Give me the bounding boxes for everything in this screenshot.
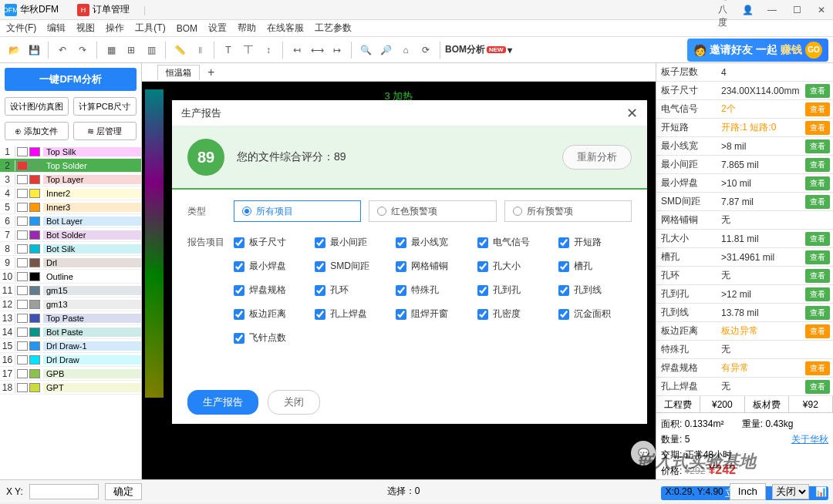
tool-t3-icon[interactable]: ↕ bbox=[259, 41, 278, 59]
tool-zoomin-icon[interactable]: 🔍 bbox=[356, 41, 375, 59]
view-button[interactable]: 查看 bbox=[805, 361, 830, 375]
radio-all-items[interactable]: 所有项目 bbox=[234, 200, 361, 222]
tool-undo-icon[interactable]: ↶ bbox=[53, 41, 72, 59]
radio-red-warn[interactable]: 红色预警项 bbox=[369, 200, 496, 222]
view-button[interactable]: 查看 bbox=[805, 139, 830, 153]
menu-view[interactable]: 视图 bbox=[76, 22, 95, 35]
layer-drl[interactable]: 9Drl bbox=[0, 256, 141, 270]
report-item-checkbox[interactable]: 孔到孔 bbox=[477, 284, 551, 297]
tool-save-icon[interactable]: 💾 bbox=[25, 41, 43, 59]
report-item-checkbox[interactable]: 槽孔 bbox=[558, 260, 632, 273]
menu-help[interactable]: 帮助 bbox=[238, 22, 256, 35]
minimize-icon[interactable]: — bbox=[765, 5, 779, 15]
view-button[interactable]: 查看 bbox=[805, 176, 830, 190]
tool-redo-icon[interactable]: ↷ bbox=[73, 41, 92, 59]
bom-analyze-button[interactable]: BOM分析NEW▾ bbox=[445, 43, 512, 56]
tool-open-icon[interactable]: 📂 bbox=[5, 41, 23, 59]
layer-drl-draw-1[interactable]: 15Drl Draw-1 bbox=[0, 339, 141, 353]
report-item-checkbox[interactable]: 飞针点数 bbox=[234, 331, 307, 344]
report-item-checkbox[interactable]: 最小线宽 bbox=[396, 236, 469, 249]
about-link[interactable]: 关于华秋 bbox=[791, 432, 828, 447]
tool-t2-icon[interactable]: 丅 bbox=[239, 41, 258, 59]
view-button[interactable]: 查看 bbox=[805, 158, 830, 172]
status-icon[interactable]: 📊 bbox=[815, 486, 827, 497]
maximize-icon[interactable]: ☐ bbox=[790, 5, 804, 15]
tool-snap-icon[interactable]: ⊞ bbox=[122, 41, 140, 59]
layer-drl-draw[interactable]: 16Drl Draw bbox=[0, 353, 141, 367]
generate-report-button[interactable]: 生产报告 bbox=[187, 390, 258, 415]
calc-pcb-button[interactable]: 计算PCB尺寸 bbox=[73, 97, 137, 116]
report-item-checkbox[interactable]: 焊盘规格 bbox=[234, 284, 307, 297]
view-button[interactable]: 查看 bbox=[805, 269, 830, 283]
report-item-checkbox[interactable]: 特殊孔 bbox=[396, 284, 469, 297]
radio-all-warn[interactable]: 所有预警项 bbox=[504, 200, 632, 222]
layer-outline[interactable]: 10Outline bbox=[0, 270, 141, 284]
tool-align-icon[interactable]: ⫴ bbox=[191, 41, 209, 59]
tool-measure-icon[interactable]: 📏 bbox=[170, 41, 189, 59]
report-item-checkbox[interactable]: 板子尺寸 bbox=[234, 236, 307, 249]
unit-button[interactable]: Inch bbox=[730, 483, 766, 500]
reanalyze-button[interactable]: 重新分析 bbox=[562, 145, 632, 170]
mode-select[interactable]: 关闭 bbox=[772, 484, 809, 499]
report-item-checkbox[interactable]: 最小焊盘 bbox=[234, 260, 307, 273]
promo-banner[interactable]: 🧑邀请好友一起 赚钱 GO bbox=[687, 39, 828, 62]
report-item-checkbox[interactable]: 孔大小 bbox=[477, 260, 551, 273]
menu-file[interactable]: 文件(F) bbox=[6, 22, 36, 35]
layer-bot-silk[interactable]: 8Bot Silk bbox=[0, 242, 141, 256]
layer-bot-paste[interactable]: 14Bot Paste bbox=[0, 325, 141, 339]
layer-manage-button[interactable]: ≋ 层管理 bbox=[73, 122, 137, 140]
report-item-checkbox[interactable]: 孔密度 bbox=[477, 307, 551, 321]
menu-settings[interactable]: 设置 bbox=[208, 22, 227, 35]
layer-gm13[interactable]: 12gm13 bbox=[0, 297, 141, 311]
tool-home-icon[interactable]: ⌂ bbox=[396, 41, 415, 59]
report-item-checkbox[interactable]: 沉金面积 bbox=[558, 307, 632, 321]
report-item-checkbox[interactable]: 电气信号 bbox=[477, 236, 551, 249]
view-button[interactable]: 查看 bbox=[805, 287, 830, 301]
view-button[interactable]: 查看 bbox=[805, 121, 830, 135]
tool-dim3-icon[interactable]: ↦ bbox=[328, 41, 346, 59]
menu-edit[interactable]: 编辑 bbox=[47, 22, 66, 35]
layer-top-silk[interactable]: 1Top Silk bbox=[0, 145, 141, 159]
report-item-checkbox[interactable]: SMD间距 bbox=[315, 260, 388, 273]
menu-process[interactable]: 工艺参数 bbox=[315, 22, 352, 35]
tool-dim2-icon[interactable]: ⟷ bbox=[308, 41, 326, 59]
layer-gm15[interactable]: 11gm15 bbox=[0, 284, 141, 297]
report-item-checkbox[interactable]: 板边距离 bbox=[234, 307, 307, 321]
tool-dim1-icon[interactable]: ↤ bbox=[288, 41, 306, 59]
view-button[interactable]: 查看 bbox=[805, 84, 830, 98]
view-button[interactable]: 查看 bbox=[805, 102, 830, 116]
menu-support[interactable]: 在线客服 bbox=[267, 22, 304, 35]
view-button[interactable]: 查看 bbox=[805, 195, 830, 209]
layer-top-paste[interactable]: 13Top Paste bbox=[0, 311, 141, 325]
tool-text-icon[interactable]: T bbox=[219, 41, 238, 59]
add-file-button[interactable]: ⊕ 添加文件 bbox=[5, 122, 69, 140]
report-item-checkbox[interactable]: 最小间距 bbox=[315, 236, 388, 249]
view-button[interactable]: 查看 bbox=[805, 232, 830, 246]
design-view-button[interactable]: 设计图/仿真图 bbox=[5, 97, 69, 116]
layer-top-layer[interactable]: 3Top Layer bbox=[0, 173, 141, 186]
modal-close-icon[interactable]: ✕ bbox=[626, 105, 638, 122]
layer-bot-solder[interactable]: 7Bot Solder bbox=[0, 228, 141, 242]
modal-close-button[interactable]: 关闭 bbox=[268, 390, 320, 415]
report-item-checkbox[interactable]: 网格铺铜 bbox=[396, 260, 469, 273]
report-item-checkbox[interactable]: 孔环 bbox=[315, 284, 388, 297]
report-item-checkbox[interactable]: 孔到线 bbox=[558, 284, 632, 297]
view-button[interactable]: 查看 bbox=[805, 324, 830, 338]
tool-layer-icon[interactable]: ▥ bbox=[142, 41, 160, 59]
layer-gpb[interactable]: 17GPB bbox=[0, 367, 141, 381]
view-button[interactable]: 查看 bbox=[805, 306, 830, 320]
layer-inner2[interactable]: 4Inner2 bbox=[0, 186, 141, 200]
menu-tools[interactable]: 工具(T) bbox=[135, 22, 165, 35]
view-button[interactable]: 查看 bbox=[805, 380, 830, 394]
tool-refresh-icon[interactable]: ⟳ bbox=[416, 41, 435, 59]
layer-inner3[interactable]: 5Inner3 bbox=[0, 200, 141, 214]
layer-top-solder[interactable]: 2Top Solder bbox=[0, 159, 141, 173]
tab-add-icon[interactable]: + bbox=[201, 66, 221, 79]
user-icon[interactable]: 👤 bbox=[740, 5, 754, 15]
tool-zoomout-icon[interactable]: 🔎 bbox=[376, 41, 395, 59]
xy-input[interactable] bbox=[29, 484, 99, 499]
report-item-checkbox[interactable]: 阻焊开窗 bbox=[396, 307, 469, 321]
view-button[interactable]: 查看 bbox=[805, 250, 830, 264]
close-window-icon[interactable]: ✕ bbox=[814, 5, 828, 15]
menu-bom[interactable]: BOM bbox=[177, 23, 197, 34]
